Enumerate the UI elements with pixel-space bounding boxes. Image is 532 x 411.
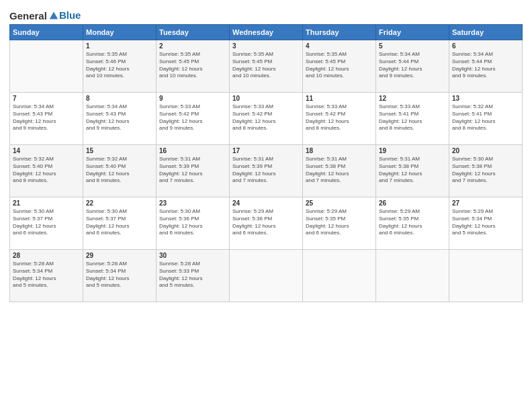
day-number: 13 (452, 95, 519, 102)
calendar-day-cell: 9Sunrise: 5:33 AMSunset: 5:42 PMDaylight… (157, 93, 230, 145)
day-info: Sunrise: 5:28 AMSunset: 5:33 PMDaylight:… (159, 261, 226, 289)
day-number: 16 (159, 147, 226, 154)
day-info: Sunrise: 5:31 AMSunset: 5:38 PMDaylight:… (306, 156, 373, 185)
weekday-header-cell: Thursday (303, 25, 376, 40)
day-number: 22 (86, 199, 153, 207)
day-number: 26 (379, 199, 446, 207)
day-number: 14 (13, 147, 80, 154)
day-number: 29 (86, 252, 153, 259)
day-info: Sunrise: 5:31 AMSunset: 5:39 PMDaylight:… (159, 156, 226, 185)
day-number: 12 (379, 95, 446, 102)
day-number: 30 (159, 252, 226, 259)
calendar-day-cell: 2Sunrise: 5:35 AMSunset: 5:45 PMDaylight… (157, 40, 230, 93)
day-number: 19 (379, 147, 446, 154)
day-info: Sunrise: 5:33 AMSunset: 5:42 PMDaylight:… (306, 103, 373, 132)
calendar-week-row: 14Sunrise: 5:32 AMSunset: 5:40 PMDayligh… (10, 145, 523, 197)
calendar-day-cell: 5Sunrise: 5:34 AMSunset: 5:44 PMDaylight… (376, 40, 449, 93)
day-info: Sunrise: 5:34 AMSunset: 5:43 PMDaylight:… (86, 103, 153, 132)
day-number: 23 (159, 199, 226, 207)
day-info: Sunrise: 5:30 AMSunset: 5:37 PMDaylight:… (13, 208, 80, 237)
day-info: Sunrise: 5:28 AMSunset: 5:34 PMDaylight:… (86, 261, 153, 289)
day-number: 20 (452, 147, 519, 154)
calendar-day-cell: 7Sunrise: 5:34 AMSunset: 5:43 PMDaylight… (10, 93, 83, 145)
calendar-day-cell: 26Sunrise: 5:29 AMSunset: 5:35 PMDayligh… (376, 197, 449, 250)
day-info: Sunrise: 5:31 AMSunset: 5:38 PMDaylight:… (379, 156, 446, 185)
day-number: 17 (232, 147, 300, 154)
calendar-day-cell: 24Sunrise: 5:29 AMSunset: 5:36 PMDayligh… (230, 197, 303, 250)
page: GeneralBlue SundayMondayTuesdayWednesday… (0, 0, 532, 411)
calendar-day-cell (376, 250, 449, 302)
day-info: Sunrise: 5:32 AMSunset: 5:41 PMDaylight:… (452, 103, 519, 132)
day-number: 2 (159, 42, 226, 50)
calendar-day-cell: 29Sunrise: 5:28 AMSunset: 5:34 PMDayligh… (83, 250, 157, 302)
day-info: Sunrise: 5:30 AMSunset: 5:36 PMDaylight:… (159, 208, 226, 237)
weekday-header-cell: Sunday (10, 25, 83, 40)
calendar-day-cell: 3Sunrise: 5:35 AMSunset: 5:45 PMDaylight… (230, 40, 303, 93)
logo-icon (48, 11, 59, 20)
day-number: 1 (86, 42, 153, 50)
day-info: Sunrise: 5:30 AMSunset: 5:38 PMDaylight:… (452, 156, 519, 185)
calendar-day-cell: 27Sunrise: 5:29 AMSunset: 5:34 PMDayligh… (449, 197, 523, 250)
logo: GeneralBlue (9, 9, 81, 21)
calendar-day-cell: 22Sunrise: 5:30 AMSunset: 5:37 PMDayligh… (83, 197, 157, 250)
logo-blue: Blue (59, 9, 81, 21)
logo-general: General (9, 10, 47, 21)
calendar-day-cell: 20Sunrise: 5:30 AMSunset: 5:38 PMDayligh… (449, 145, 523, 197)
day-number: 27 (452, 199, 519, 207)
calendar-day-cell: 19Sunrise: 5:31 AMSunset: 5:38 PMDayligh… (376, 145, 449, 197)
day-number: 15 (86, 147, 153, 154)
calendar-day-cell: 28Sunrise: 5:28 AMSunset: 5:34 PMDayligh… (10, 250, 83, 302)
calendar-day-cell: 18Sunrise: 5:31 AMSunset: 5:38 PMDayligh… (303, 145, 376, 197)
weekday-header-cell: Wednesday (230, 25, 303, 40)
day-info: Sunrise: 5:35 AMSunset: 5:45 PMDaylight:… (306, 51, 373, 80)
day-number: 5 (379, 42, 446, 50)
day-info: Sunrise: 5:34 AMSunset: 5:44 PMDaylight:… (379, 51, 446, 80)
calendar-day-cell: 15Sunrise: 5:32 AMSunset: 5:40 PMDayligh… (83, 145, 157, 197)
calendar-week-row: 1Sunrise: 5:35 AMSunset: 5:46 PMDaylight… (10, 40, 523, 93)
day-info: Sunrise: 5:31 AMSunset: 5:39 PMDaylight:… (232, 156, 300, 185)
calendar-day-cell: 6Sunrise: 5:34 AMSunset: 5:44 PMDaylight… (449, 40, 523, 93)
day-info: Sunrise: 5:35 AMSunset: 5:46 PMDaylight:… (86, 51, 153, 80)
day-info: Sunrise: 5:29 AMSunset: 5:34 PMDaylight:… (452, 208, 519, 237)
day-info: Sunrise: 5:29 AMSunset: 5:35 PMDaylight:… (379, 208, 446, 237)
calendar-day-cell: 1Sunrise: 5:35 AMSunset: 5:46 PMDaylight… (83, 40, 157, 93)
day-info: Sunrise: 5:35 AMSunset: 5:45 PMDaylight:… (232, 51, 300, 80)
day-info: Sunrise: 5:29 AMSunset: 5:36 PMDaylight:… (232, 208, 300, 237)
day-number: 10 (232, 95, 300, 102)
calendar-table: SundayMondayTuesdayWednesdayThursdayFrid… (9, 24, 523, 302)
day-info: Sunrise: 5:35 AMSunset: 5:45 PMDaylight:… (159, 51, 226, 80)
day-number: 8 (86, 95, 153, 102)
svg-marker-0 (50, 12, 58, 19)
day-number: 18 (306, 147, 373, 154)
calendar-day-cell: 21Sunrise: 5:30 AMSunset: 5:37 PMDayligh… (10, 197, 83, 250)
calendar-day-cell: 14Sunrise: 5:32 AMSunset: 5:40 PMDayligh… (10, 145, 83, 197)
day-info: Sunrise: 5:33 AMSunset: 5:42 PMDaylight:… (232, 103, 300, 132)
day-number: 4 (306, 42, 373, 50)
calendar-day-cell: 25Sunrise: 5:29 AMSunset: 5:35 PMDayligh… (303, 197, 376, 250)
calendar-day-cell: 4Sunrise: 5:35 AMSunset: 5:45 PMDaylight… (303, 40, 376, 93)
day-info: Sunrise: 5:33 AMSunset: 5:41 PMDaylight:… (379, 103, 446, 132)
day-info: Sunrise: 5:32 AMSunset: 5:40 PMDaylight:… (13, 156, 80, 185)
calendar-body: 1Sunrise: 5:35 AMSunset: 5:46 PMDaylight… (10, 40, 523, 302)
day-info: Sunrise: 5:30 AMSunset: 5:37 PMDaylight:… (86, 208, 153, 237)
header: GeneralBlue (9, 7, 523, 21)
day-info: Sunrise: 5:33 AMSunset: 5:42 PMDaylight:… (159, 103, 226, 132)
weekday-header-cell: Saturday (449, 25, 523, 40)
day-number: 24 (232, 199, 300, 207)
weekday-header-cell: Tuesday (157, 25, 230, 40)
calendar-day-cell (10, 40, 83, 93)
calendar-day-cell: 23Sunrise: 5:30 AMSunset: 5:36 PMDayligh… (157, 197, 230, 250)
weekday-header-cell: Monday (83, 25, 157, 40)
weekday-header-cell: Friday (376, 25, 449, 40)
day-info: Sunrise: 5:34 AMSunset: 5:43 PMDaylight:… (13, 103, 80, 132)
day-number: 11 (306, 95, 373, 102)
calendar-week-row: 21Sunrise: 5:30 AMSunset: 5:37 PMDayligh… (10, 197, 523, 250)
day-number: 28 (13, 252, 80, 259)
calendar-day-cell: 12Sunrise: 5:33 AMSunset: 5:41 PMDayligh… (376, 93, 449, 145)
day-info: Sunrise: 5:34 AMSunset: 5:44 PMDaylight:… (452, 51, 519, 80)
calendar-day-cell: 30Sunrise: 5:28 AMSunset: 5:33 PMDayligh… (157, 250, 230, 302)
calendar-day-cell: 8Sunrise: 5:34 AMSunset: 5:43 PMDaylight… (83, 93, 157, 145)
calendar-day-cell: 10Sunrise: 5:33 AMSunset: 5:42 PMDayligh… (230, 93, 303, 145)
day-number: 9 (159, 95, 226, 102)
day-number: 25 (306, 199, 373, 207)
